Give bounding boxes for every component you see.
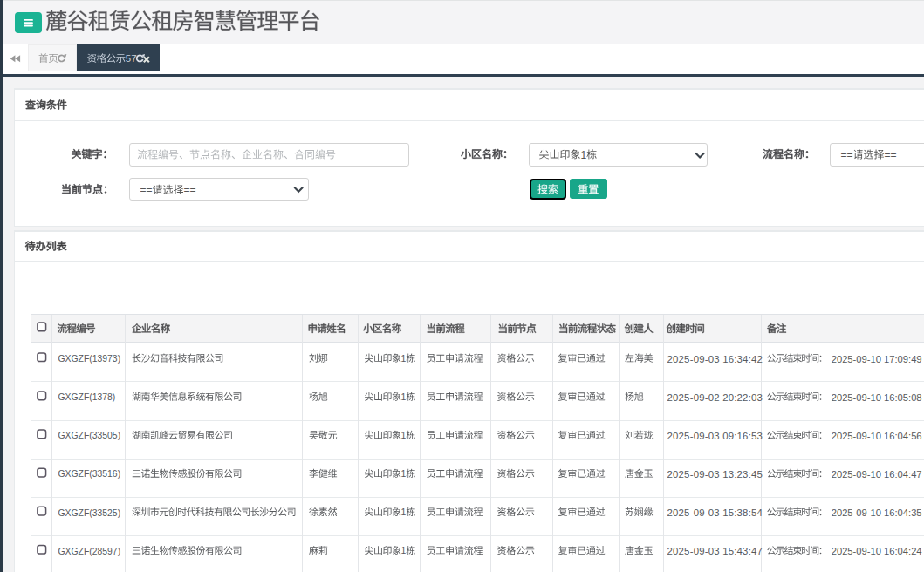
svg-text:1: 1: [401, 545, 407, 555]
svg-text:2025-09-10 16:04:56: 2025-09-10 16:04:56: [832, 431, 922, 441]
svg-text:==: ==: [885, 149, 897, 161]
svg-text:1: 1: [401, 392, 407, 402]
svg-text:==: ==: [140, 184, 153, 196]
svg-text:GXGZF(33505): GXGZF(33505): [58, 431, 121, 440]
svg-text:==: ==: [184, 184, 196, 196]
svg-text:1: 1: [401, 430, 407, 440]
svg-text:2025-09-10 16:05:08: 2025-09-10 16:05:08: [832, 392, 922, 403]
svg-text:2025-09-10 16:04:47: 2025-09-10 16:04:47: [832, 469, 922, 480]
svg-text:2025-09-03 09:16:53: 2025-09-03 09:16:53: [667, 431, 763, 441]
svg-text:57: 57: [126, 53, 137, 64]
svg-text:2025-09-02 20:22:03: 2025-09-02 20:22:03: [667, 392, 763, 403]
svg-text:2025-09-10 16:04:35: 2025-09-10 16:04:35: [832, 507, 922, 518]
svg-text:==: ==: [841, 149, 853, 161]
svg-text:1: 1: [401, 468, 407, 479]
svg-text:GXGZF(33525): GXGZF(33525): [58, 508, 121, 518]
svg-text:GXGZF(33516): GXGZF(33516): [58, 469, 121, 479]
svg-text:2025-09-10 16:04:24: 2025-09-10 16:04:24: [832, 546, 922, 556]
svg-text:GXGZF(28597): GXGZF(28597): [58, 547, 121, 556]
svg-text:2025-09-03 13:23:45: 2025-09-03 13:23:45: [667, 469, 763, 480]
svg-text:2025-09-03 15:43:47: 2025-09-03 15:43:47: [667, 546, 763, 556]
svg-text:1: 1: [581, 149, 587, 161]
svg-text:1: 1: [401, 353, 407, 364]
svg-text:GXGZF(1378): GXGZF(1378): [58, 392, 116, 402]
svg-text:GXGZF(13973): GXGZF(13973): [58, 354, 121, 364]
svg-text:1: 1: [401, 507, 407, 517]
svg-text:2025-09-03 15:38:54: 2025-09-03 15:38:54: [667, 507, 763, 518]
svg-text:2025-09-10 17:09:49: 2025-09-10 17:09:49: [832, 354, 922, 364]
svg-text:2025-09-03 16:34:42: 2025-09-03 16:34:42: [667, 354, 763, 364]
